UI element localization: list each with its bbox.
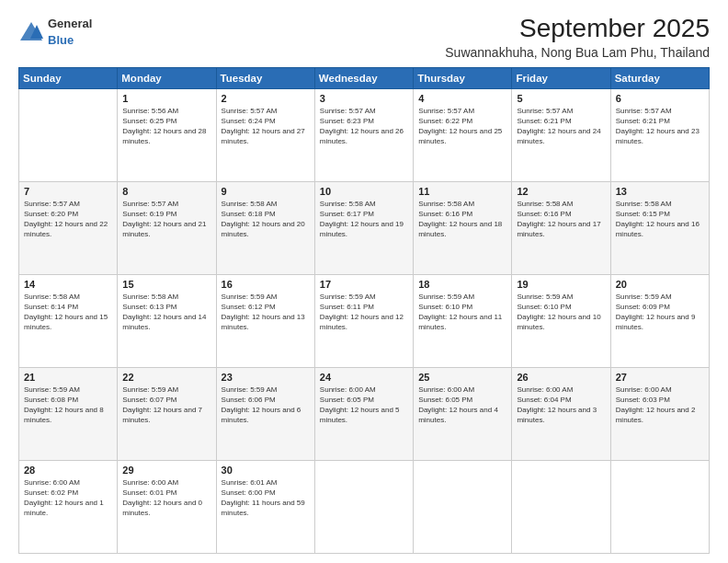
day-detail: Sunrise: 5:57 AMSunset: 6:22 PMDaylight:…	[418, 106, 506, 147]
day-detail: Sunrise: 5:59 AMSunset: 6:07 PMDaylight:…	[122, 385, 210, 426]
day-number: 3	[320, 93, 408, 104]
table-row: 24 Sunrise: 6:00 AMSunset: 6:05 PMDaylig…	[314, 367, 413, 460]
table-row: 14 Sunrise: 5:58 AMSunset: 6:14 PMDaylig…	[19, 274, 118, 367]
day-number: 30	[222, 465, 310, 476]
calendar-header-row: Sunday Monday Tuesday Wednesday Thursday…	[19, 67, 710, 88]
table-row: 18 Sunrise: 5:59 AMSunset: 6:10 PMDaylig…	[414, 274, 512, 367]
day-number: 22	[122, 372, 210, 383]
day-detail: Sunrise: 5:57 AMSunset: 6:23 PMDaylight:…	[320, 106, 408, 147]
day-detail: Sunrise: 5:59 AMSunset: 6:12 PMDaylight:…	[222, 292, 310, 333]
table-row: 21 Sunrise: 5:59 AMSunset: 6:08 PMDaylig…	[19, 367, 118, 460]
day-number: 12	[517, 186, 605, 197]
col-wednesday: Wednesday	[314, 67, 413, 88]
table-row: 6 Sunrise: 5:57 AMSunset: 6:21 PMDayligh…	[610, 88, 709, 181]
logo-blue-text: Blue	[48, 33, 74, 47]
calendar-week-row: 21 Sunrise: 5:59 AMSunset: 6:08 PMDaylig…	[19, 367, 710, 460]
day-number: 1	[122, 93, 210, 104]
table-row: 17 Sunrise: 5:59 AMSunset: 6:11 PMDaylig…	[314, 274, 413, 367]
day-number: 28	[24, 465, 112, 476]
table-row: 15 Sunrise: 5:58 AMSunset: 6:13 PMDaylig…	[118, 274, 216, 367]
day-number: 9	[222, 186, 310, 197]
day-number: 7	[24, 186, 112, 197]
day-number: 4	[418, 93, 506, 104]
calendar-week-row: 1 Sunrise: 5:56 AMSunset: 6:25 PMDayligh…	[19, 88, 710, 181]
day-number: 19	[517, 279, 605, 290]
table-row: 16 Sunrise: 5:59 AMSunset: 6:12 PMDaylig…	[216, 274, 314, 367]
table-row: 12 Sunrise: 5:58 AMSunset: 6:16 PMDaylig…	[512, 181, 610, 274]
calendar-title: September 2025	[445, 15, 710, 43]
table-row: 29 Sunrise: 6:00 AMSunset: 6:01 PMDaylig…	[118, 460, 216, 553]
day-detail: Sunrise: 6:00 AMSunset: 6:05 PMDaylight:…	[320, 385, 408, 426]
day-detail: Sunrise: 5:59 AMSunset: 6:10 PMDaylight:…	[517, 292, 605, 333]
table-row: 2 Sunrise: 5:57 AMSunset: 6:24 PMDayligh…	[216, 88, 314, 181]
logo: General Blue	[18, 15, 92, 48]
day-detail: Sunrise: 5:56 AMSunset: 6:25 PMDaylight:…	[122, 106, 210, 147]
day-detail: Sunrise: 5:59 AMSunset: 6:08 PMDaylight:…	[24, 385, 112, 426]
day-detail: Sunrise: 5:58 AMSunset: 6:14 PMDaylight:…	[24, 292, 112, 333]
day-number: 24	[320, 372, 408, 383]
table-row: 13 Sunrise: 5:58 AMSunset: 6:15 PMDaylig…	[610, 181, 709, 274]
table-row	[19, 88, 118, 181]
col-saturday: Saturday	[610, 67, 709, 88]
table-row: 27 Sunrise: 6:00 AMSunset: 6:03 PMDaylig…	[610, 367, 709, 460]
table-row: 22 Sunrise: 5:59 AMSunset: 6:07 PMDaylig…	[118, 367, 216, 460]
day-number: 23	[222, 372, 310, 383]
table-row: 9 Sunrise: 5:58 AMSunset: 6:18 PMDayligh…	[216, 181, 314, 274]
day-number: 2	[222, 93, 310, 104]
day-number: 18	[418, 279, 506, 290]
calendar-week-row: 14 Sunrise: 5:58 AMSunset: 6:14 PMDaylig…	[19, 274, 710, 367]
table-row: 25 Sunrise: 6:00 AMSunset: 6:05 PMDaylig…	[414, 367, 512, 460]
table-row: 3 Sunrise: 5:57 AMSunset: 6:23 PMDayligh…	[314, 88, 413, 181]
table-row	[414, 460, 512, 553]
day-detail: Sunrise: 6:01 AMSunset: 6:00 PMDaylight:…	[222, 477, 310, 519]
table-row: 23 Sunrise: 5:59 AMSunset: 6:06 PMDaylig…	[216, 367, 314, 460]
table-row: 11 Sunrise: 5:58 AMSunset: 6:16 PMDaylig…	[414, 181, 512, 274]
day-number: 14	[24, 279, 112, 290]
day-number: 11	[418, 186, 506, 197]
day-detail: Sunrise: 5:57 AMSunset: 6:21 PMDaylight:…	[517, 106, 605, 147]
col-sunday: Sunday	[19, 67, 118, 88]
day-number: 5	[517, 93, 605, 104]
day-number: 16	[222, 279, 310, 290]
day-detail: Sunrise: 5:58 AMSunset: 6:18 PMDaylight:…	[222, 199, 310, 240]
day-detail: Sunrise: 6:00 AMSunset: 6:04 PMDaylight:…	[517, 385, 605, 426]
table-row: 26 Sunrise: 6:00 AMSunset: 6:04 PMDaylig…	[512, 367, 610, 460]
table-row: 8 Sunrise: 5:57 AMSunset: 6:19 PMDayligh…	[118, 181, 216, 274]
table-row: 28 Sunrise: 6:00 AMSunset: 6:02 PMDaylig…	[19, 460, 118, 553]
day-number: 8	[122, 186, 210, 197]
day-number: 27	[616, 372, 704, 383]
day-detail: Sunrise: 5:58 AMSunset: 6:16 PMDaylight:…	[517, 199, 605, 240]
day-detail: Sunrise: 5:59 AMSunset: 6:10 PMDaylight:…	[418, 292, 506, 333]
table-row: 4 Sunrise: 5:57 AMSunset: 6:22 PMDayligh…	[414, 88, 512, 181]
header: General Blue September 2025 Suwannakhuha…	[18, 15, 710, 60]
day-number: 20	[616, 279, 704, 290]
day-number: 13	[616, 186, 704, 197]
logo-general-text: General	[48, 17, 92, 30]
title-block: September 2025 Suwannakhuha, Nong Bua La…	[445, 15, 710, 60]
logo-icon	[18, 20, 44, 42]
logo-blue-line: Blue	[48, 31, 92, 48]
day-detail: Sunrise: 5:57 AMSunset: 6:19 PMDaylight:…	[122, 199, 210, 240]
day-detail: Sunrise: 6:00 AMSunset: 6:01 PMDaylight:…	[122, 477, 210, 519]
table-row: 19 Sunrise: 5:59 AMSunset: 6:10 PMDaylig…	[512, 274, 610, 367]
day-detail: Sunrise: 6:00 AMSunset: 6:02 PMDaylight:…	[24, 477, 112, 519]
calendar-table: Sunday Monday Tuesday Wednesday Thursday…	[18, 67, 710, 554]
col-monday: Monday	[118, 67, 216, 88]
day-detail: Sunrise: 5:58 AMSunset: 6:15 PMDaylight:…	[616, 199, 704, 240]
day-detail: Sunrise: 5:57 AMSunset: 6:21 PMDaylight:…	[616, 106, 704, 147]
day-detail: Sunrise: 5:57 AMSunset: 6:20 PMDaylight:…	[24, 199, 112, 240]
day-detail: Sunrise: 6:00 AMSunset: 6:05 PMDaylight:…	[418, 385, 506, 426]
day-detail: Sunrise: 6:00 AMSunset: 6:03 PMDaylight:…	[616, 385, 704, 426]
table-row: 20 Sunrise: 5:59 AMSunset: 6:09 PMDaylig…	[610, 274, 709, 367]
day-detail: Sunrise: 5:58 AMSunset: 6:17 PMDaylight:…	[320, 199, 408, 240]
col-thursday: Thursday	[414, 67, 512, 88]
day-number: 17	[320, 279, 408, 290]
day-detail: Sunrise: 5:59 AMSunset: 6:11 PMDaylight:…	[320, 292, 408, 333]
col-tuesday: Tuesday	[216, 67, 314, 88]
table-row	[314, 460, 413, 553]
day-detail: Sunrise: 5:59 AMSunset: 6:06 PMDaylight:…	[222, 385, 310, 426]
day-detail: Sunrise: 5:58 AMSunset: 6:13 PMDaylight:…	[122, 292, 210, 333]
calendar-week-row: 28 Sunrise: 6:00 AMSunset: 6:02 PMDaylig…	[19, 460, 710, 553]
day-number: 6	[616, 93, 704, 104]
table-row: 10 Sunrise: 5:58 AMSunset: 6:17 PMDaylig…	[314, 181, 413, 274]
